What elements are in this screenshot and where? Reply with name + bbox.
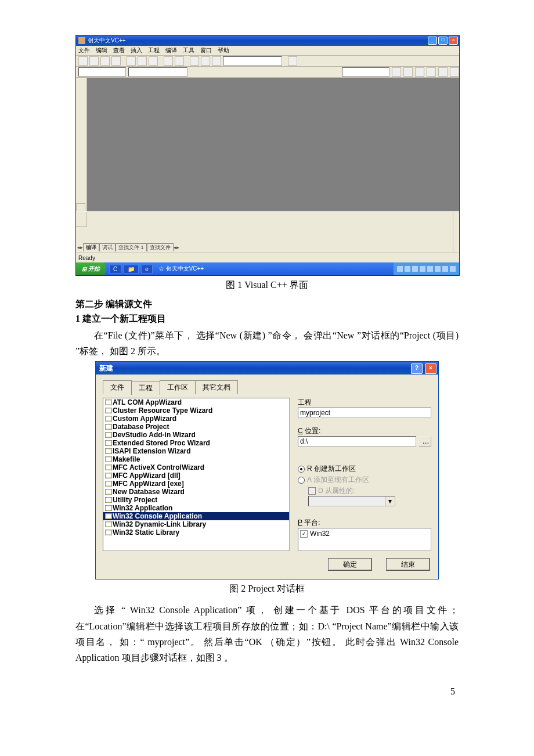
system-tray[interactable] xyxy=(394,262,459,275)
list-item[interactable]: ATL COM AppWizard xyxy=(103,398,289,406)
menu-item[interactable]: 文件 xyxy=(78,46,90,55)
tray-icon[interactable] xyxy=(412,266,418,272)
start-button[interactable]: ⊞ 开始 xyxy=(76,262,106,275)
app-icon: C xyxy=(113,266,117,272)
tab-file[interactable]: 文件 xyxy=(103,380,132,394)
cut-button-icon[interactable] xyxy=(127,56,136,66)
saveall-button-icon[interactable] xyxy=(111,56,121,66)
dialog-close-button[interactable]: × xyxy=(425,363,436,374)
vc-app-icon xyxy=(78,37,85,44)
tray-icon[interactable] xyxy=(427,266,433,272)
radio-add-existing[interactable]: A 添加至现有工作区 xyxy=(298,475,431,485)
svg-rect-15 xyxy=(106,458,111,461)
list-item[interactable]: Custom AppWizard xyxy=(103,415,289,423)
menu-item[interactable]: 编辑 xyxy=(96,46,107,55)
tab-other[interactable]: 其它文档 xyxy=(195,380,238,394)
save-button-icon[interactable] xyxy=(100,56,110,66)
tab-project[interactable]: 工程 xyxy=(131,381,160,395)
list-item[interactable]: MFC AppWizard [exe] xyxy=(103,480,289,488)
dialog-titlebar: 新建 ? × xyxy=(96,362,438,375)
browse-button[interactable]: ... xyxy=(418,436,431,447)
window-close-button[interactable]: × xyxy=(449,37,458,45)
toolbar-button-icon[interactable] xyxy=(190,56,199,66)
menu-item[interactable]: 工具 xyxy=(183,46,194,55)
list-item[interactable]: Win32 Dynamic-Link Library xyxy=(103,520,289,528)
toolbar-button-icon[interactable] xyxy=(288,56,297,66)
workspace-tab-icon[interactable] xyxy=(76,203,85,211)
project-type-icon xyxy=(104,529,113,536)
menu-item[interactable]: 编译 xyxy=(165,46,177,55)
svg-rect-1 xyxy=(106,401,111,404)
new-button-icon[interactable] xyxy=(78,56,88,66)
output-tab[interactable]: 调试 xyxy=(99,243,116,251)
menu-item[interactable]: 插入 xyxy=(131,46,142,55)
find-combo[interactable] xyxy=(223,56,282,66)
menu-item[interactable]: 查看 xyxy=(113,46,125,55)
output-tab[interactable]: 查找文件 xyxy=(147,243,174,251)
toolbar-button-icon[interactable] xyxy=(403,67,413,77)
taskbar-activeapp[interactable]: ☆ 创天中文VC++ xyxy=(158,265,204,273)
list-item[interactable]: Database Project xyxy=(103,423,289,431)
list-item[interactable]: Win32 Application xyxy=(103,504,289,512)
window-maximize-button[interactable]: □ xyxy=(438,37,448,45)
tray-icon[interactable] xyxy=(450,266,456,272)
paste-button-icon[interactable] xyxy=(149,56,158,66)
menu-item[interactable]: 窗口 xyxy=(200,46,212,55)
class-combo[interactable] xyxy=(78,67,126,77)
taskbar-item[interactable]: 📁 xyxy=(124,265,139,273)
ok-button[interactable]: 确定 xyxy=(328,558,372,571)
menu-item[interactable]: 帮助 xyxy=(218,46,229,55)
list-item[interactable]: Makefile xyxy=(103,455,289,463)
tab-scroll-icon[interactable]: ▸ xyxy=(176,244,179,250)
list-item[interactable]: DevStudio Add-in Wizard xyxy=(103,431,289,439)
toolbar-button-icon[interactable] xyxy=(438,67,448,77)
copy-button-icon[interactable] xyxy=(138,56,147,66)
window-minimize-button[interactable]: _ xyxy=(428,37,437,45)
list-item[interactable]: MFC ActiveX ControlWizard xyxy=(103,463,289,471)
toolbar-button-icon[interactable] xyxy=(201,56,210,66)
tray-icon[interactable] xyxy=(397,266,403,272)
cancel-button[interactable]: 结束 xyxy=(386,558,430,571)
redo-button-icon[interactable] xyxy=(175,56,184,66)
svg-rect-19 xyxy=(106,474,111,477)
list-item[interactable]: Cluster Resource Type Wizard xyxy=(103,406,289,415)
check-dependency: D 从属性的: xyxy=(308,486,431,496)
tray-icon[interactable] xyxy=(435,266,441,272)
tray-icon[interactable] xyxy=(420,266,425,272)
project-name-input[interactable] xyxy=(298,408,431,418)
list-item[interactable]: Utility Project xyxy=(103,496,289,504)
list-item[interactable]: Win32 Static Library xyxy=(103,528,289,537)
list-item-label: Database Project xyxy=(113,423,169,431)
undo-button-icon[interactable] xyxy=(164,56,173,66)
toolbar-button-icon[interactable] xyxy=(392,67,401,77)
tray-icon[interactable] xyxy=(442,266,448,272)
body-text: 在“File (文件)”菜单下， 选择“New (新建) ”命令， 会弹出“Ne… xyxy=(75,327,459,359)
filter-combo[interactable] xyxy=(342,67,389,77)
list-item[interactable]: MFC AppWizard [dll] xyxy=(103,471,289,480)
output-tab[interactable]: 查找文件 1 xyxy=(116,243,147,251)
project-type-list[interactable]: ATL COM AppWizardCluster Resource Type W… xyxy=(103,398,290,551)
svg-rect-7 xyxy=(106,425,111,429)
menu-item[interactable]: 工程 xyxy=(148,46,160,55)
taskbar-item[interactable]: e xyxy=(141,265,153,273)
list-item[interactable]: New Database Wizard xyxy=(103,488,289,496)
radio-new-workspace[interactable]: R 创建新工作区 xyxy=(298,464,431,474)
location-input[interactable] xyxy=(298,436,416,447)
toolbar-button-icon[interactable] xyxy=(427,67,436,77)
dialog-help-button[interactable]: ? xyxy=(411,363,423,374)
output-scrollbar[interactable] xyxy=(453,212,459,253)
find-button-icon[interactable] xyxy=(212,56,221,66)
toolbar-button-icon[interactable] xyxy=(450,67,459,77)
list-item[interactable]: Extended Stored Proc Wizard xyxy=(103,439,289,447)
checkbox-icon[interactable]: ✓ xyxy=(300,530,308,538)
toolbar-button-icon[interactable] xyxy=(415,67,424,77)
member-combo[interactable] xyxy=(128,67,187,77)
taskbar-item[interactable]: C xyxy=(109,265,121,273)
open-button-icon[interactable] xyxy=(89,56,99,66)
list-item[interactable]: ISAPI Extension Wizard xyxy=(103,447,289,455)
list-item[interactable]: Win32 Console Application xyxy=(103,512,289,520)
tab-workspace[interactable]: 工作区 xyxy=(160,380,196,394)
platform-listbox[interactable]: ✓ Win32 xyxy=(298,528,431,551)
output-tab[interactable]: 编译 xyxy=(83,243,99,251)
tray-icon[interactable] xyxy=(405,266,410,272)
